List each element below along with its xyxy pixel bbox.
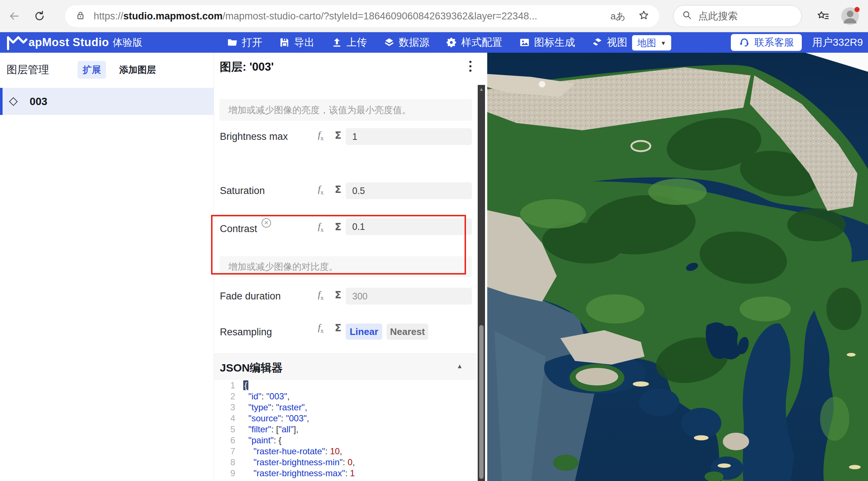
icon-gear (446, 37, 457, 48)
contrast-hint-text: 增加或减少图像的对比度。 (219, 256, 472, 277)
icon-view (592, 37, 603, 48)
studio-toolbar: apMost Studio 体验版 打开导出上传数据源样式配置图标生成视图 地图… (0, 32, 868, 53)
trial-badge: 体验版 (113, 36, 142, 49)
brightness-hint-text: 增加或减少图像的亮度，该值为最小亮度值。 (219, 99, 472, 121)
json-code-editor[interactable]: 1{2"id": "003",3"type": "raster",4"sourc… (214, 380, 478, 481)
code-line: 7"raster-hue-rotate": 10, (214, 446, 478, 457)
saturation-input[interactable] (346, 182, 472, 199)
toolbar-item-label: 打开 (242, 36, 262, 49)
back-button[interactable] (6, 8, 22, 24)
resampling-nearest-option[interactable]: Nearest (387, 324, 428, 340)
layer-diamond-icon (9, 97, 18, 106)
translate-icon[interactable]: aあ (610, 10, 625, 23)
scroll-up-arrow[interactable]: ▲ (478, 86, 485, 92)
code-line: 3"type": "raster", (214, 402, 478, 413)
toolbar-item-icon-generate[interactable]: 图标生成 (519, 36, 575, 49)
brand-text: apMost Studio (29, 36, 109, 49)
code-line: 4"source": "003", (214, 413, 478, 424)
sum-icon[interactable]: Σ (335, 184, 341, 195)
search-placeholder: 点此搜索 (698, 10, 738, 23)
refresh-button[interactable] (31, 8, 48, 24)
satellite-map-view[interactable] (487, 53, 868, 481)
favorites-list-icon[interactable] (815, 8, 831, 24)
browser-chrome: https://studio.mapmost.com/mapmost-studi… (0, 0, 868, 32)
kebab-menu-icon[interactable] (468, 59, 473, 73)
saturation-label: Saturation (220, 185, 265, 197)
chevron-down-icon: ▼ (661, 40, 666, 46)
mapmost-logo-mark (7, 34, 28, 51)
sum-icon[interactable]: Σ (335, 130, 341, 141)
scrollbar-thumb[interactable] (479, 325, 484, 479)
brightness-max-label: Brightness max (220, 131, 288, 142)
json-editor-title: JSON编辑器 (220, 361, 283, 376)
toolbar-item-label: 样式配置 (461, 36, 502, 49)
properties-panel: 图层: '003' 增加或减少图像的亮度，该值为最小亮度值。 Brightnes… (214, 53, 487, 481)
brightness-max-input[interactable] (346, 128, 472, 145)
toolbar-item-label: 图标生成 (534, 36, 575, 49)
sum-icon[interactable]: Σ (335, 322, 341, 333)
search-box[interactable]: 点此搜索 (673, 5, 802, 27)
code-line: 6"paint": { (214, 435, 478, 446)
resampling-linear-option[interactable]: Linear (346, 324, 382, 340)
fade-duration-input[interactable] (346, 288, 472, 305)
profile-avatar[interactable] (841, 7, 860, 26)
lock-icon (75, 10, 86, 22)
map-type-dropdown[interactable]: 地图 ▼ (632, 35, 671, 51)
selected-indicator (0, 88, 3, 115)
icon-save (279, 37, 290, 48)
code-line: 8"raster-brightness-min": 0, (214, 457, 478, 468)
collapse-arrow-icon[interactable]: ▲ (456, 363, 463, 370)
fx-expression-icon[interactable]: fx (318, 322, 324, 335)
fade-duration-label: Fade duration (220, 291, 281, 302)
satellite-map-image (487, 53, 868, 481)
panel-title: 图层: '003' (220, 59, 274, 75)
layer-item-003[interactable]: 003 (0, 88, 214, 115)
contrast-label: Contrast (220, 223, 257, 235)
layers-panel: 图层管理 扩展 添加图层 003 (0, 53, 214, 481)
contact-support-label: 联系客服 (754, 36, 794, 49)
icon-image (519, 37, 530, 48)
mapmost-logo[interactable]: apMost Studio 体验版 (7, 32, 142, 53)
toolbar-item-open[interactable]: 打开 (227, 36, 262, 49)
toolbar-item-label: 数据源 (399, 36, 429, 49)
address-bar[interactable]: https://studio.mapmost.com/mapmost-studi… (65, 5, 659, 27)
icon-upload (331, 37, 342, 48)
headset-icon (739, 37, 750, 48)
toolbar-item-datasource[interactable]: 数据源 (384, 36, 429, 49)
sum-icon[interactable]: Σ (335, 221, 341, 232)
json-editor-header[interactable]: JSON编辑器 ▲ (214, 354, 478, 380)
icon-layers (384, 37, 395, 48)
map-type-label: 地图 (637, 37, 656, 49)
extensions-tab[interactable]: 扩展 (78, 61, 106, 79)
url-text: https://studio.mapmost.com/mapmost-studi… (94, 11, 537, 22)
contrast-input[interactable] (346, 218, 472, 235)
toolbar-item-label: 导出 (294, 36, 315, 49)
add-layer-button[interactable]: 添加图层 (119, 64, 156, 76)
toolbar-menu: 打开导出上传数据源样式配置图标生成视图 (227, 32, 627, 53)
fx-expression-icon[interactable]: fx (318, 184, 324, 196)
sum-icon[interactable]: Σ (335, 289, 341, 301)
toolbar-item-style-config[interactable]: 样式配置 (446, 36, 502, 49)
clear-value-icon[interactable]: ✕ (262, 218, 271, 228)
toolbar-item-label: 视图 (607, 36, 627, 49)
user-account-label[interactable]: 用户332R9 (812, 36, 863, 49)
mapmost-studio-window: https://studio.mapmost.com/mapmost-studi… (0, 0, 868, 481)
code-line: 9"raster-brightness-max": 1 (214, 468, 478, 479)
contact-support-button[interactable]: 联系客服 (731, 34, 802, 51)
bookmark-star-icon[interactable] (638, 10, 650, 23)
layers-panel-title: 图层管理 (7, 63, 49, 77)
layer-name: 003 (30, 96, 47, 108)
code-line: 2"id": "003", (214, 391, 478, 402)
toolbar-item-upload[interactable]: 上传 (331, 36, 367, 49)
resampling-label: Resampling (220, 327, 272, 338)
panel-scrollbar[interactable]: ▲ (478, 85, 485, 481)
fx-expression-icon[interactable]: fx (318, 221, 324, 234)
icon-folder (227, 37, 238, 48)
fx-expression-icon[interactable]: fx (318, 289, 324, 302)
fx-expression-icon[interactable]: fx (318, 130, 324, 142)
toolbar-item-label: 上传 (346, 36, 367, 49)
code-line: 5"filter": ["all"], (214, 424, 478, 435)
code-line: 1{ (214, 380, 478, 391)
toolbar-item-view[interactable]: 视图 (592, 36, 627, 49)
toolbar-item-export[interactable]: 导出 (279, 36, 315, 49)
